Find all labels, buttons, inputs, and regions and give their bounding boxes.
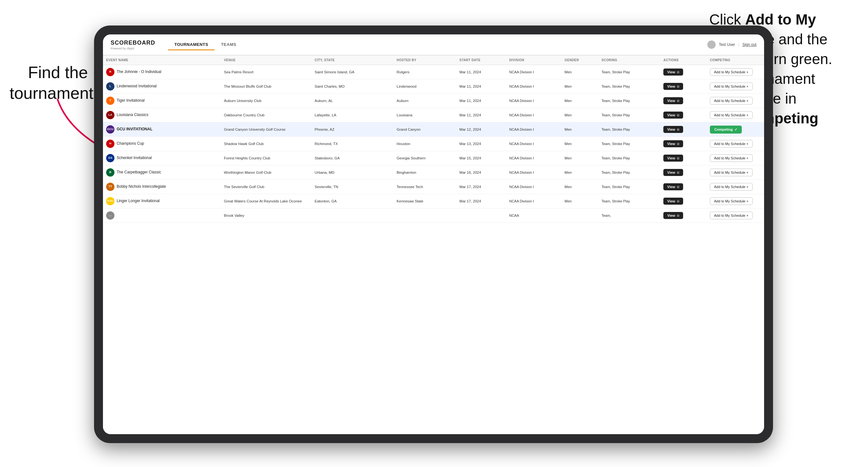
- actions-cell: View ⊙: [660, 122, 707, 137]
- event-name: Linger Longer Invitational: [117, 198, 160, 204]
- competing-cell: Add to My Schedule +: [707, 108, 764, 122]
- competing-cell: Add to My Schedule +: [707, 165, 764, 180]
- division-cell: NCAA Division I: [506, 108, 561, 122]
- hosted-by-cell: Tennessee Tech: [393, 180, 456, 194]
- hosted-by-cell: [393, 209, 456, 223]
- tab-teams[interactable]: TEAMS: [215, 39, 243, 50]
- actions-cell: View ⊙: [660, 94, 707, 108]
- event-name-cell: RThe Johnnie - O Individual: [106, 68, 218, 76]
- view-button[interactable]: View ⊙: [663, 169, 683, 176]
- gender-cell: [561, 209, 598, 223]
- start-date-cell: Mar 11, 2024: [456, 80, 506, 94]
- city-state-cell: Saint Simons Island, GA: [311, 65, 393, 80]
- scoring-cell: Team, Stroke Play: [598, 122, 660, 137]
- start-date-cell: Mar 16, 2024: [456, 165, 506, 180]
- view-button[interactable]: View ⊙: [663, 97, 683, 104]
- division-cell: NCAA Division I: [506, 122, 561, 137]
- hosted-by-cell: Rutgers: [393, 65, 456, 80]
- col-division: DIVISION: [506, 56, 561, 65]
- start-date-cell: Mar 12, 2024: [456, 122, 506, 137]
- actions-cell: View ⊙: [660, 209, 707, 223]
- add-to-schedule-button[interactable]: Add to My Schedule +: [710, 197, 753, 205]
- separator: |: [738, 42, 739, 47]
- division-cell: NCAA Division I: [506, 151, 561, 165]
- city-state-cell: Lafayette, LA: [311, 108, 393, 122]
- competing-cell: Competing ✓: [707, 122, 764, 137]
- col-gender: GENDER: [561, 56, 598, 65]
- user-avatar: [707, 40, 716, 49]
- view-button[interactable]: View ⊙: [663, 183, 683, 190]
- hosted-by-cell: Auburn: [393, 94, 456, 108]
- gender-cell: Men: [561, 122, 598, 137]
- scoring-cell: Team, Stroke Play: [598, 165, 660, 180]
- venue-cell: Grand Canyon University Golf Course: [221, 122, 312, 137]
- actions-cell: View ⊙: [660, 180, 707, 194]
- tab-tournaments[interactable]: TOURNAMENTS: [168, 39, 215, 50]
- scoring-cell: Team, Stroke Play: [598, 180, 660, 194]
- add-to-schedule-button[interactable]: Add to My Schedule +: [710, 83, 753, 90]
- competing-cell: Add to My Schedule +: [707, 80, 764, 94]
- division-cell: NCAA: [506, 209, 561, 223]
- tablet-screen: SCOREBOARD Powered by clippd TOURNAMENTS…: [103, 34, 764, 434]
- competing-cell: Add to My Schedule +: [707, 137, 764, 151]
- event-name: Tiger Invitational: [117, 98, 145, 103]
- add-to-schedule-button[interactable]: Add to My Schedule +: [710, 140, 753, 148]
- table-row: ...Brook ValleyNCAATeam,View ⊙Add to My …: [103, 209, 764, 223]
- view-button[interactable]: View ⊙: [663, 155, 683, 162]
- add-to-schedule-button[interactable]: Add to My Schedule +: [710, 97, 753, 104]
- scoring-cell: Team, Stroke Play: [598, 80, 660, 94]
- actions-cell: View ⊙: [660, 108, 707, 122]
- gender-cell: Men: [561, 65, 598, 80]
- view-button[interactable]: View ⊙: [663, 198, 683, 205]
- venue-cell: The Missouri Bluffs Golf Club: [221, 80, 312, 94]
- add-to-schedule-button[interactable]: Add to My Schedule +: [710, 212, 753, 219]
- city-state-cell: Eatonton, GA: [311, 194, 393, 209]
- city-state-cell: Urbana, MD: [311, 165, 393, 180]
- add-to-schedule-button[interactable]: Add to My Schedule +: [710, 154, 753, 162]
- event-name: Champions Cup: [117, 141, 144, 146]
- venue-cell: Forest Heights Country Club: [221, 151, 312, 165]
- view-button[interactable]: View ⊙: [663, 68, 683, 75]
- add-to-schedule-button[interactable]: Add to My Schedule +: [710, 168, 753, 176]
- view-button[interactable]: View ⊙: [663, 112, 683, 119]
- add-to-schedule-button[interactable]: Add to My Schedule +: [710, 111, 753, 119]
- nav-tabs: TOURNAMENTS TEAMS: [168, 39, 707, 50]
- start-date-cell: Mar 17, 2024: [456, 180, 506, 194]
- event-name: Schenkel Invitational: [117, 156, 152, 161]
- header-right: Test User | Sign out: [707, 40, 756, 49]
- gender-cell: Men: [561, 194, 598, 209]
- event-name: The Carpetbagger Classic: [117, 170, 161, 175]
- app-header: SCOREBOARD Powered by clippd TOURNAMENTS…: [103, 34, 764, 56]
- table-row: TTiger InvitationalAuburn University Clu…: [103, 94, 764, 108]
- view-button[interactable]: View ⊙: [663, 212, 683, 219]
- gender-cell: Men: [561, 80, 598, 94]
- division-cell: NCAA Division I: [506, 180, 561, 194]
- tournaments-table: EVENT NAME VENUE CITY, STATE HOSTED BY S…: [103, 56, 764, 223]
- table-container: EVENT NAME VENUE CITY, STATE HOSTED BY S…: [103, 56, 764, 434]
- table-row: HChampions CupShadow Hawk Golf ClubRichm…: [103, 137, 764, 151]
- event-name: Bobby Nichols Intercollegiate: [117, 184, 166, 189]
- competing-button[interactable]: Competing ✓: [710, 126, 742, 133]
- table-header-row: EVENT NAME VENUE CITY, STATE HOSTED BY S…: [103, 56, 764, 65]
- start-date-cell: Mar 11, 2024: [456, 108, 506, 122]
- event-name-cell: BThe Carpetbagger Classic: [106, 168, 218, 177]
- venue-cell: Worthington Manor Golf Club: [221, 165, 312, 180]
- venue-cell: Shadow Hawk Golf Club: [221, 137, 312, 151]
- event-name-cell: GCUGCU INVITATIONAL: [106, 125, 218, 133]
- event-name-cell: ...: [106, 211, 218, 220]
- view-button[interactable]: View ⊙: [663, 83, 683, 90]
- competing-cell: Add to My Schedule +: [707, 151, 764, 165]
- view-button[interactable]: View ⊙: [663, 126, 683, 133]
- view-button[interactable]: View ⊙: [663, 140, 683, 147]
- hosted-by-cell: Louisiana: [393, 108, 456, 122]
- tablet-frame: SCOREBOARD Powered by clippd TOURNAMENTS…: [94, 26, 773, 443]
- add-to-schedule-button[interactable]: Add to My Schedule +: [710, 68, 753, 76]
- city-state-cell: [311, 209, 393, 223]
- start-date-cell: Mar 17, 2024: [456, 194, 506, 209]
- user-name: Test User: [719, 42, 735, 47]
- add-to-schedule-button[interactable]: Add to My Schedule +: [710, 183, 753, 191]
- event-name-cell: HChampions Cup: [106, 139, 218, 148]
- sign-out-link[interactable]: Sign out: [742, 42, 756, 47]
- event-name: GCU INVITATIONAL: [117, 127, 152, 132]
- actions-cell: View ⊙: [660, 65, 707, 80]
